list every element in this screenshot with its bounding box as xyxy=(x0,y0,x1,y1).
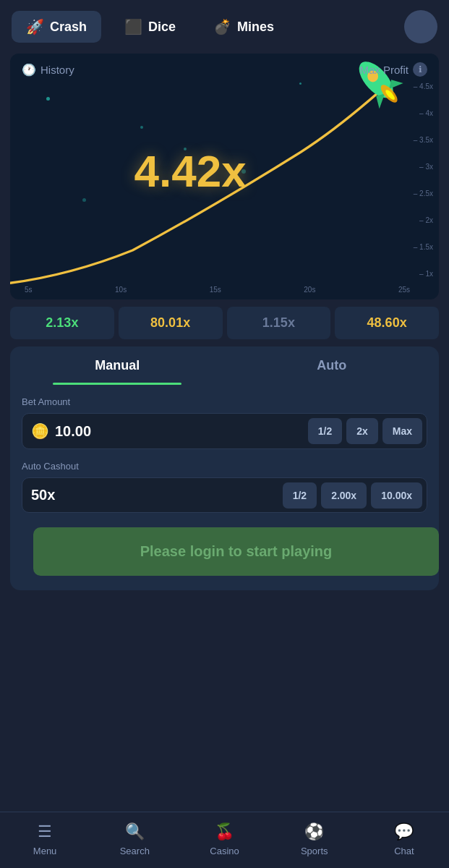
chat-icon: 💬 xyxy=(394,822,414,841)
max-profit-label: Max Profit xyxy=(359,64,409,76)
dice-icon: ⬛ xyxy=(124,18,142,35)
search-icon: 🔍 xyxy=(125,822,145,841)
x-label-5: 25s xyxy=(398,286,410,294)
nav-sports[interactable]: ⚽ Sports xyxy=(270,812,359,868)
auto-tab[interactable]: Auto xyxy=(225,346,440,385)
auto-cashout-value[interactable]: 50x xyxy=(27,481,278,509)
tab-crash[interactable]: 🚀 Crash xyxy=(12,11,101,43)
multiplier-display: 4.42x xyxy=(134,145,246,197)
nav-casino[interactable]: 🍒 Casino xyxy=(179,812,269,868)
x-label-2: 10s xyxy=(115,286,127,294)
y-label-5: – 2.5x xyxy=(414,190,433,197)
bet-max-button[interactable]: Max xyxy=(382,418,422,444)
mode-tabs: Manual Auto xyxy=(10,346,439,385)
game-area: 🕐 History Max Profit ℹ 4.42x – 4.5x – 4x… xyxy=(10,54,439,299)
bottom-nav: ☰ Menu 🔍 Search 🍒 Casino ⚽ Sports 💬 Chat xyxy=(0,812,449,868)
menu-icon: ☰ xyxy=(38,822,52,841)
bet-amount-label: Bet Amount xyxy=(22,396,427,407)
nav-search[interactable]: 🔍 Search xyxy=(90,812,179,868)
bet-half-button[interactable]: 1/2 xyxy=(308,418,342,444)
x-label-3: 15s xyxy=(210,286,221,294)
hist-item-2[interactable]: 1.15x xyxy=(227,307,331,339)
hist-item-0[interactable]: 2.13x xyxy=(10,307,114,339)
tab-mines[interactable]: 💣 Mines xyxy=(199,11,288,43)
cashout-half-button[interactable]: 1/2 xyxy=(283,482,317,509)
x-axis: 5s 10s 15s 20s 25s xyxy=(25,286,410,294)
bet-panel: Manual Auto Bet Amount 🪙 10.00 1/2 2x Ma… xyxy=(10,346,439,590)
y-label-7: – 1.5x xyxy=(414,243,433,251)
y-label-6: – 2x xyxy=(414,216,433,224)
coin-icon: 🪙 xyxy=(31,422,49,440)
y-label-8: – 1x xyxy=(414,270,433,278)
cashout-10x-button[interactable]: 10.00x xyxy=(371,482,422,509)
x-label-1: 5s xyxy=(25,286,33,294)
tab-crash-label: Crash xyxy=(50,20,87,35)
info-icon[interactable]: ℹ xyxy=(413,62,427,77)
tab-dice[interactable]: ⬛ Dice xyxy=(110,11,190,43)
y-label-2: – 4x xyxy=(414,109,433,117)
history-label: History xyxy=(40,64,74,76)
login-button[interactable]: Please login to start playing xyxy=(33,527,439,576)
game-header: 🕐 History Max Profit ℹ xyxy=(10,54,439,85)
auto-cashout-input-row: 50x 1/2 2.00x 10.00x xyxy=(22,477,427,513)
sports-icon: ⚽ xyxy=(304,822,324,841)
history-icon: 🕐 xyxy=(22,63,36,77)
history-row: 2.13x 80.01x 1.15x 48.60x xyxy=(10,307,439,339)
tab-mines-label: Mines xyxy=(237,20,274,35)
bet-amount-value[interactable]: 🪙 10.00 xyxy=(27,417,304,446)
casino-icon: 🍒 xyxy=(215,822,234,841)
toggle-button[interactable] xyxy=(404,10,437,43)
manual-tab[interactable]: Manual xyxy=(10,346,225,385)
bottom-spacer xyxy=(0,590,449,663)
bet-amount-input-row: 🪙 10.00 1/2 2x Max xyxy=(22,413,427,449)
bet-double-button[interactable]: 2x xyxy=(346,418,378,444)
y-label-1: – 4.5x xyxy=(414,82,433,90)
tab-dice-label: Dice xyxy=(148,20,176,35)
y-axis: – 4.5x – 4x – 3.5x – 3x – 2.5x – 2x – 1.… xyxy=(414,82,433,278)
history-button[interactable]: 🕐 History xyxy=(22,63,74,77)
y-label-4: – 3x xyxy=(414,163,433,171)
nav-menu[interactable]: ☰ Menu xyxy=(0,812,90,868)
max-profit: Max Profit ℹ xyxy=(359,62,427,77)
hist-item-1[interactable]: 80.01x xyxy=(119,307,223,339)
hist-item-3[interactable]: 48.60x xyxy=(335,307,439,339)
auto-cashout-label: Auto Cashout xyxy=(22,461,427,472)
mines-icon: 💣 xyxy=(213,18,231,35)
rocket-icon: 🚀 xyxy=(26,18,44,35)
bet-body: Bet Amount 🪙 10.00 1/2 2x Max Auto Casho… xyxy=(10,396,439,576)
nav-chat[interactable]: 💬 Chat xyxy=(359,812,449,868)
x-label-4: 20s xyxy=(304,286,315,294)
top-nav: 🚀 Crash ⬛ Dice 💣 Mines xyxy=(0,0,449,54)
y-label-3: – 3.5x xyxy=(414,136,433,144)
cashout-2x-button[interactable]: 2.00x xyxy=(321,482,367,509)
